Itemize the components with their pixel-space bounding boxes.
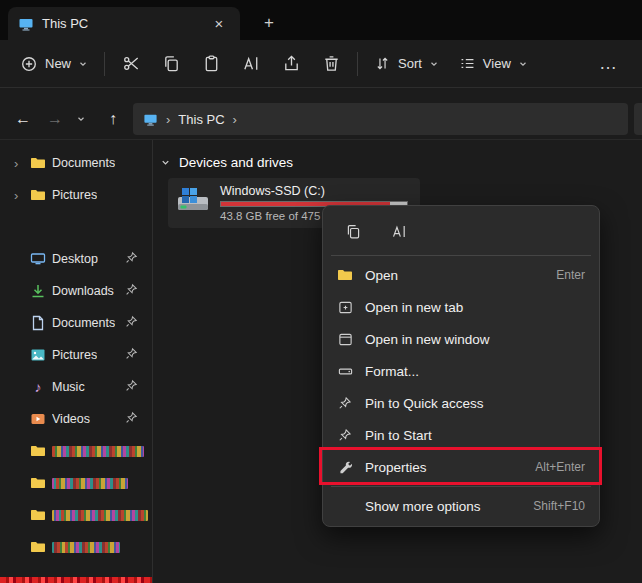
trash-icon	[322, 54, 341, 73]
menu-item-label: Pin to Quick access	[365, 396, 573, 411]
pictures-icon	[30, 347, 46, 363]
tab-close-icon[interactable]: ×	[208, 13, 230, 35]
sidebar-item-pictures[interactable]: Pictures	[0, 340, 150, 370]
menu-item-pin-to-quick-access[interactable]: Pin to Quick access	[327, 387, 595, 419]
this-pc-icon	[18, 16, 34, 32]
redacted-item-cropped	[0, 577, 152, 583]
menu-item-open-in-new-window[interactable]: Open in new window	[327, 323, 595, 355]
chevron-down-icon	[78, 59, 88, 69]
redacted-label	[52, 446, 144, 457]
sidebar-item-label: Videos	[52, 412, 90, 426]
copy-button[interactable]	[151, 47, 191, 81]
menu-item-label: Properties	[365, 460, 523, 475]
redacted-label	[52, 542, 120, 553]
tab-title: This PC	[42, 16, 88, 31]
plus-circle-icon	[20, 55, 38, 73]
sidebar-item-label: Documents	[52, 316, 115, 330]
more-options-button[interactable]: …	[588, 47, 628, 81]
menu-item-label: Pin to Start	[365, 428, 573, 443]
view-icon	[459, 55, 476, 72]
menu-item-pin-to-start[interactable]: Pin to Start	[327, 419, 595, 451]
share-button[interactable]	[271, 47, 311, 81]
sidebar: › Documents › Pictures Desktop Downloads…	[0, 140, 152, 583]
sidebar-item-pictures-tree[interactable]: › Pictures	[0, 180, 150, 210]
chevron-right-icon[interactable]: ›	[14, 156, 24, 171]
menu-item-properties[interactable]: Properties Alt+Enter	[327, 451, 595, 483]
up-button[interactable]: ↑	[98, 104, 128, 134]
menu-item-label: Show more options	[365, 499, 521, 514]
sidebar-item-redacted[interactable]	[0, 436, 150, 466]
rename-button[interactable]	[379, 216, 419, 246]
sidebar-item-label: Documents	[52, 156, 115, 170]
toolbar-separator	[104, 52, 105, 76]
recent-locations-button[interactable]	[70, 104, 92, 134]
sidebar-item-redacted[interactable]	[0, 468, 150, 498]
sidebar-item-documents-tree[interactable]: › Documents	[0, 148, 150, 178]
empty-icon-spacer	[337, 498, 353, 514]
new-tab-button[interactable]: +	[256, 10, 282, 36]
cut-button[interactable]	[111, 47, 151, 81]
chevron-down-icon	[429, 59, 439, 69]
chevron-right-icon[interactable]: ›	[14, 188, 24, 203]
pin-icon	[125, 411, 138, 424]
new-button[interactable]: New	[10, 47, 98, 81]
copy-button[interactable]	[333, 216, 373, 246]
folder-icon	[30, 539, 46, 555]
section-devices-and-drives[interactable]: Devices and drives	[160, 155, 293, 170]
redacted-label	[52, 510, 148, 521]
pin-icon	[125, 379, 138, 392]
pin-icon	[125, 251, 138, 264]
new-window-icon	[337, 331, 353, 347]
menu-item-open[interactable]: Open Enter	[327, 259, 595, 291]
sidebar-item-desktop[interactable]: Desktop	[0, 244, 150, 274]
sidebar-divider	[152, 140, 153, 583]
sort-button[interactable]: Sort	[364, 47, 449, 81]
sidebar-item-documents[interactable]: Documents	[0, 308, 150, 338]
sidebar-item-redacted[interactable]	[0, 500, 150, 530]
breadcrumb-chevron-icon: ›	[166, 112, 170, 127]
menu-item-open-in-new-tab[interactable]: Open in new tab	[327, 291, 595, 323]
titlebar: This PC × +	[0, 0, 642, 40]
pin-icon	[337, 395, 353, 411]
delete-button[interactable]	[311, 47, 351, 81]
tab-this-pc[interactable]: This PC ×	[8, 7, 240, 40]
pin-icon	[125, 315, 138, 328]
view-button[interactable]: View	[449, 47, 538, 81]
chevron-down-icon[interactable]	[160, 157, 171, 168]
this-pc-icon	[143, 112, 158, 127]
breadcrumb-location[interactable]: This PC	[178, 112, 224, 127]
sidebar-item-music[interactable]: ♪ Music	[0, 372, 150, 402]
sidebar-item-label: Pictures	[52, 188, 97, 202]
sidebar-item-downloads[interactable]: Downloads	[0, 276, 150, 306]
menu-item-label: Open in new window	[365, 332, 573, 347]
paste-icon	[202, 54, 221, 73]
folder-icon	[30, 475, 46, 491]
sidebar-item-videos[interactable]: Videos	[0, 404, 150, 434]
menu-item-show-more-options[interactable]: Show more options Shift+F10	[327, 490, 595, 522]
sort-icon	[374, 55, 391, 72]
scissors-icon	[122, 54, 141, 73]
rename-icon	[242, 54, 261, 73]
breadcrumb-chevron-icon[interactable]: ›	[233, 112, 237, 127]
folder-icon	[30, 507, 46, 523]
menu-item-shortcut: Alt+Enter	[535, 460, 585, 474]
pin-icon	[337, 427, 353, 443]
rename-button[interactable]	[231, 47, 271, 81]
menu-item-format[interactable]: Format...	[327, 355, 595, 387]
forward-button[interactable]: →	[40, 104, 70, 134]
paste-button[interactable]	[191, 47, 231, 81]
back-button[interactable]: ←	[8, 104, 38, 134]
properties-wrench-icon	[337, 459, 353, 475]
copy-icon	[345, 223, 362, 240]
drive-icon	[176, 184, 210, 222]
address-bar[interactable]: › This PC ›	[133, 103, 628, 135]
sidebar-item-label: Pictures	[52, 348, 97, 362]
sort-button-label: Sort	[398, 56, 422, 71]
context-menu: Open Enter Open in new tab Open in new w…	[322, 205, 600, 527]
menu-divider	[331, 486, 591, 487]
new-tab-icon	[337, 299, 353, 315]
toolbar-separator	[357, 52, 358, 76]
search-field-cropped[interactable]	[634, 103, 642, 135]
sidebar-item-label: Desktop	[52, 252, 98, 266]
sidebar-item-redacted[interactable]	[0, 532, 150, 562]
